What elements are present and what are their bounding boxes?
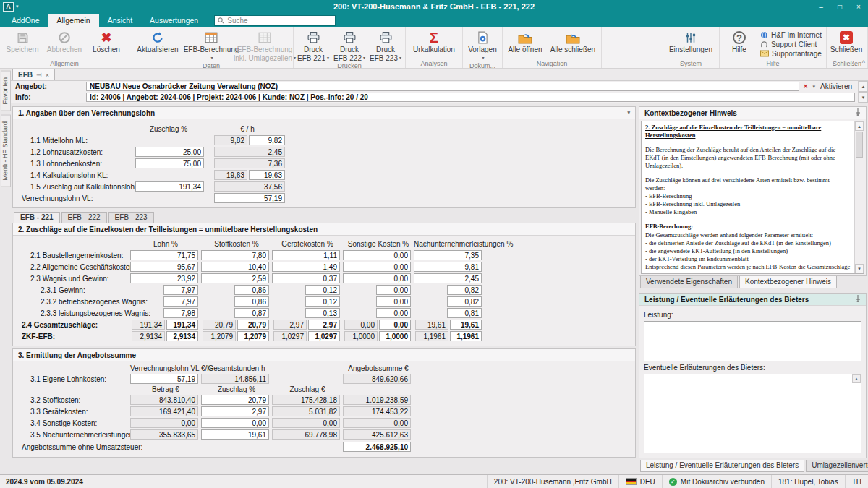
erlaeuterungen-textarea[interactable] — [644, 374, 861, 453]
menu-allgemein[interactable]: Allgemein — [48, 14, 99, 27]
scroll-down-icon[interactable]: ▼ — [855, 264, 864, 273]
zuschlag-input[interactable] — [343, 273, 411, 283]
maximize-button[interactable]: □ — [830, 0, 849, 13]
zuschlag-input[interactable] — [272, 262, 340, 272]
zuschlag-input[interactable] — [272, 273, 340, 283]
pin-icon[interactable]: ⊣ — [36, 72, 42, 79]
angebot-input[interactable] — [86, 82, 799, 91]
zuschlag-input[interactable] — [201, 418, 269, 428]
language-segment[interactable]: DEU — [618, 475, 662, 488]
zuschlag-input[interactable] — [201, 429, 269, 440]
tab-efb-223[interactable]: EFB - 223 — [109, 212, 154, 223]
mittellohn-input[interactable] — [249, 135, 285, 145]
leistung-textarea[interactable] — [644, 321, 861, 361]
efb-document-tab[interactable]: EFB ⊣ × — [12, 69, 55, 80]
zuschlag-input[interactable] — [305, 296, 340, 307]
hilfe-button[interactable]: ? Hilfe — [721, 28, 757, 60]
vorlagen-button[interactable]: Vorlagen ▾ — [464, 28, 501, 62]
zuschlag-input[interactable] — [201, 406, 269, 416]
kalkulationslohn-input[interactable] — [249, 170, 285, 180]
support-client-link[interactable]: Support Client — [760, 40, 822, 48]
hf-internet-link[interactable]: H&F im Internet — [760, 31, 822, 39]
zuschlag-input[interactable] — [234, 285, 269, 295]
lohnneben-input[interactable] — [135, 158, 204, 168]
scroll-up-icon[interactable]: ▴ — [859, 81, 868, 92]
zuschlag-kl-input[interactable] — [135, 181, 204, 192]
app-logo-icon[interactable]: A — [3, 2, 14, 12]
zuschlag-input[interactable] — [163, 285, 198, 295]
scroll-up-icon[interactable]: ▲ — [855, 121, 864, 131]
zuschlag-input[interactable] — [163, 296, 198, 307]
tab-verwendete-eigenschaften[interactable]: Verwendete Eigenschaften — [640, 276, 738, 288]
pin-icon[interactable] — [855, 295, 861, 304]
menu-hf-standard-vertical-tab[interactable]: Menü - HF Standard — [1, 115, 11, 187]
schliessen-button[interactable]: ✖ Schließen — [828, 28, 864, 60]
zuschlag-input[interactable] — [201, 273, 269, 283]
zuschlag-input[interactable] — [305, 308, 340, 318]
zuschlag-input[interactable] — [234, 308, 269, 318]
favoriten-vertical-tab[interactable]: Favoriten — [1, 71, 11, 111]
zuschlag-input[interactable] — [414, 262, 482, 272]
delete-button[interactable]: ✖ Löschen — [85, 28, 127, 60]
zuschlag-input[interactable] — [272, 250, 340, 260]
zuschlag-input[interactable] — [201, 262, 269, 272]
vl-input[interactable] — [130, 374, 198, 384]
ribbon-collapse-icon[interactable]: ^ — [862, 59, 865, 67]
aktivieren-link[interactable]: Aktivieren — [820, 82, 852, 90]
zuschlag-input[interactable] — [343, 262, 411, 272]
tab-kontextbezogener-hinweis[interactable]: Kontextbezogener Hinweis — [739, 276, 837, 288]
einstellungen-button[interactable]: Einstellungen — [664, 28, 718, 60]
urkalkulation-button[interactable]: Σ Urkalkulation — [407, 28, 461, 60]
tab-umlagezeilenverteilung-soko[interactable]: Umlagezeilenverteilung SoKo — [806, 460, 868, 472]
zuschlag-input[interactable] — [376, 308, 411, 318]
app-logo-caret-icon[interactable]: ▾ — [16, 4, 19, 9]
print-efb223-button[interactable]: Druck EFB 223▾ — [367, 28, 404, 62]
zuschlag-input[interactable] — [414, 273, 482, 283]
zuschlag-input[interactable] — [447, 296, 482, 307]
hint-scrollbar[interactable]: ▲ ▼ — [854, 121, 864, 273]
efb-berechnung-umlage-button[interactable]: EFB-Berechnung inkl. Umlagezeilen▾ — [238, 28, 292, 62]
collapse-chevron-icon[interactable]: ▾ — [627, 110, 630, 116]
zuschlag-input[interactable] — [130, 250, 198, 260]
zuschlag-input[interactable] — [305, 285, 340, 295]
zuschlag-input[interactable] — [447, 285, 482, 295]
verrechnungslohn-input[interactable] — [214, 193, 285, 203]
minimize-button[interactable]: – — [812, 0, 830, 13]
zuschlag-input[interactable] — [201, 250, 269, 260]
dropdown-caret-icon[interactable]: ▾ — [813, 84, 816, 90]
zuschlag-input[interactable] — [130, 273, 198, 283]
tab-efb-222[interactable]: EFB - 222 — [61, 212, 107, 223]
search-box[interactable]: Suche — [214, 15, 336, 26]
zuschlag-input[interactable] — [414, 250, 482, 260]
zuschlag-input[interactable] — [447, 308, 482, 318]
zuschlag-input[interactable] — [343, 250, 411, 260]
zuschlag-input[interactable] — [163, 308, 198, 318]
scroll-thumb[interactable] — [856, 132, 863, 158]
zuschlag-input[interactable] — [234, 296, 269, 307]
pin-icon[interactable] — [855, 108, 861, 117]
close-tab-icon[interactable]: × — [46, 72, 49, 79]
supportanfrage-link[interactable]: Supportanfrage — [760, 50, 822, 58]
zuschlag-input[interactable] — [201, 395, 269, 405]
save-button[interactable]: Speichern — [1, 28, 43, 60]
clear-icon[interactable]: × — [804, 82, 808, 90]
zuschlag-input[interactable] — [130, 262, 198, 272]
refresh-button[interactable]: Aktualisieren — [131, 28, 184, 62]
efb-berechnung-button[interactable]: EFB-Berechnung ▾ — [184, 28, 238, 62]
tab-efb-221[interactable]: EFB - 221 — [14, 212, 60, 223]
zuschlag-input[interactable] — [376, 296, 411, 307]
zuschlag-input[interactable] — [376, 285, 411, 295]
lohnzusatz-input[interactable] — [135, 147, 204, 157]
menu-addone[interactable]: AddOne — [3, 14, 48, 27]
tab-leistung-erlaeuterungen[interactable]: Leistung / Eventuelle Erläuterungen des … — [640, 460, 804, 472]
print-efb222-button[interactable]: Druck EFB 222▾ — [331, 28, 367, 62]
print-efb221-button[interactable]: Druck EFB 221▾ — [295, 28, 331, 62]
menu-auswertungen[interactable]: Auswertungen — [141, 14, 207, 27]
scroll-down-icon[interactable]: ▾ — [859, 92, 868, 103]
alle-oeffnen-button[interactable]: Alle öffnen — [504, 28, 546, 60]
scroll-up-icon[interactable]: ▲ — [852, 374, 861, 383]
alle-schliessen-button[interactable]: Alle schließen — [546, 28, 600, 60]
cancel-button[interactable]: Abbrechen — [43, 28, 85, 60]
menu-ansicht[interactable]: Ansicht — [99, 14, 141, 27]
close-window-button[interactable]: × — [849, 0, 868, 13]
